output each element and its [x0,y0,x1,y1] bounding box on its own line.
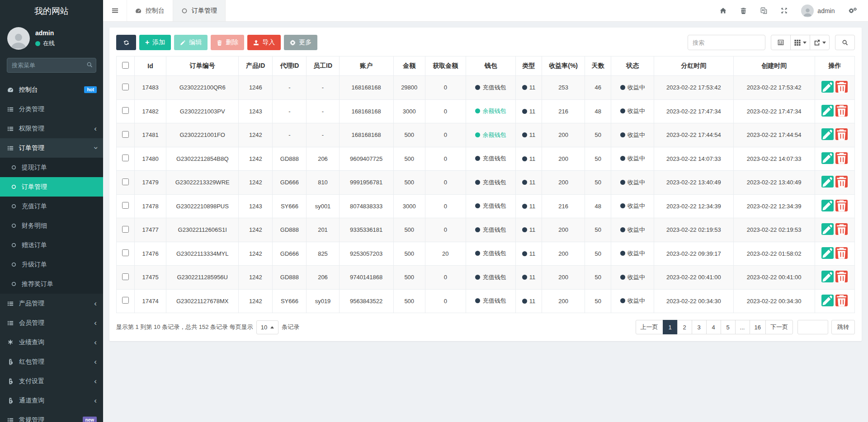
detail-view-button[interactable] [771,35,791,50]
search-button[interactable] [835,35,855,50]
row-checkbox[interactable] [122,249,129,256]
sidebar-subitem[interactable]: 推荐奖订单 [0,274,103,294]
row-delete-button[interactable] [835,81,848,93]
sidebar-item[interactable]: 控制台hot [0,80,103,99]
row-edit-button[interactable] [821,200,834,211]
import-button[interactable]: 导入 [247,35,281,50]
row-edit-button[interactable] [821,223,834,235]
row-checkbox[interactable] [122,202,129,209]
cell-id: 17481 [135,123,166,147]
row-delete-button[interactable] [835,295,848,306]
cell-type: 11 [516,289,542,313]
row-delete-button[interactable] [835,105,848,117]
column-header: 代理ID [273,56,307,76]
tab-order-management[interactable]: 订单管理 [173,0,226,21]
chevron-left-icon: ‹ [94,319,97,327]
row-checkbox[interactable] [122,273,129,280]
table-search-input[interactable] [688,35,765,50]
sidebar-item[interactable]: 通道查询‹ [0,391,103,410]
delete-button[interactable]: 删除 [211,35,244,50]
column-header: 收益率(%) [542,56,585,76]
sidebar-item[interactable]: 支付设置‹ [0,371,103,391]
sidebar-item[interactable]: 分类管理 [0,99,103,119]
sidebar-item[interactable]: 会员管理‹ [0,313,103,333]
row-checkbox[interactable] [122,131,129,138]
row-edit-button[interactable] [821,81,834,93]
fullscreen-icon[interactable] [781,7,788,14]
list-icon [6,417,14,422]
sidebar-search-input[interactable] [7,58,96,73]
status-dot [475,180,480,185]
sidebar-subitem[interactable]: 赠送订单 [0,235,103,255]
user-panel: admin 在线 [0,23,103,52]
page-button-16[interactable]: 16 [750,320,766,334]
cell-dividend-time: 2023-02-22 00:41:00 [654,266,733,290]
page-button-4[interactable]: 4 [706,320,721,334]
row-delete-button[interactable] [835,176,848,188]
chevron-left-icon: ‹ [94,358,97,366]
cell-wallet: 余额钱包 [466,99,515,123]
language-icon[interactable] [760,7,767,14]
cell-id: 17480 [135,147,166,171]
row-edit-button[interactable] [821,105,834,117]
cell-status-label: 收益中 [627,108,645,114]
row-delete-button[interactable] [835,247,848,259]
page-size-select[interactable]: 10 [256,320,278,334]
row-delete-button[interactable] [835,128,848,140]
refresh-button[interactable] [116,35,136,50]
more-button[interactable]: 更多 [284,35,317,50]
sidebar-subitem[interactable]: 财务明细 [0,216,103,235]
sidebar-item[interactable]: 产品管理‹ [0,294,103,313]
tab-dashboard[interactable]: 控制台 [127,0,173,21]
row-delete-button[interactable] [835,223,848,235]
row-checkbox[interactable] [122,107,129,114]
page-button-2[interactable]: 2 [677,320,692,334]
page-button-1[interactable]: 1 [663,320,678,334]
row-edit-button[interactable] [821,271,834,282]
cell-account: 9991956781 [339,171,393,195]
home-icon[interactable] [720,7,726,14]
sidebar-subitem[interactable]: 充值订单 [0,197,103,216]
trash-icon[interactable] [740,7,747,14]
select-all-checkbox[interactable] [122,62,129,69]
next-page-button[interactable]: 下一页 [765,320,793,334]
sidebar-item[interactable]: 常规管理new [0,410,103,422]
sidebar-item[interactable]: 权限管理‹ [0,119,103,138]
row-delete-button[interactable] [835,271,848,282]
jump-page-input[interactable] [797,320,828,334]
edit-button[interactable]: 编辑 [174,35,208,50]
export-button[interactable] [810,35,830,50]
row-checkbox[interactable] [122,155,129,161]
row-edit-button[interactable] [821,128,834,140]
cell-type: 11 [516,123,542,147]
sidebar-subitem[interactable]: 订单管理 [0,177,103,197]
sidebar-toggle-icon[interactable] [103,0,127,21]
export-icon [814,39,820,46]
user-menu[interactable]: admin [801,5,835,17]
cell-type-label: 11 [529,155,536,162]
row-delete-button[interactable] [835,200,848,211]
sidebar-item[interactable]: 业绩查询‹ [0,333,103,352]
row-delete-button[interactable] [835,152,848,164]
row-edit-button[interactable] [821,176,834,188]
sidebar-item[interactable]: 订单管理‹ [0,138,103,158]
row-edit-button[interactable] [821,247,834,259]
jump-button[interactable]: 跳转 [831,320,855,334]
sidebar-subitem[interactable]: 提现订单 [0,158,103,177]
sidebar-item[interactable]: 红包管理‹ [0,352,103,371]
settings-gears-icon[interactable] [849,7,858,14]
page-button-5[interactable]: 5 [721,320,736,334]
row-edit-button[interactable] [821,152,834,164]
sidebar-subitem[interactable]: 升级订单 [0,255,103,274]
columns-button[interactable] [790,35,810,50]
row-checkbox[interactable] [122,84,129,90]
row-checkbox[interactable] [122,226,129,233]
row-checkbox[interactable] [122,297,129,304]
row-checkbox[interactable] [122,178,129,185]
trash-icon [217,40,222,46]
prev-page-button[interactable]: 上一页 [636,320,663,334]
page-button-3[interactable]: 3 [692,320,707,334]
row-edit-button[interactable] [821,295,834,306]
add-button[interactable]: + 添加 [139,35,171,50]
cell-dividend-time: 2023-02-22 09:39:17 [654,242,733,266]
